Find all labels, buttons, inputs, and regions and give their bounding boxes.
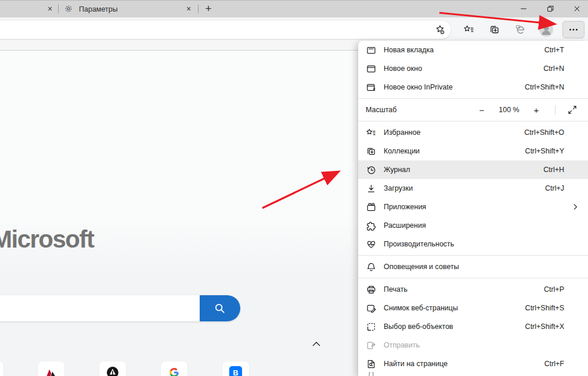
tab-bar: × Параметры × +	[0, 0, 588, 17]
quick-link-tile[interactable]	[99, 361, 126, 376]
menu-item-label: Печать	[384, 285, 537, 293]
menu-item-shortcut: Ctrl+P	[544, 285, 564, 293]
menu-item-shortcut: Ctrl+Shift+O	[524, 128, 564, 137]
window-close-button[interactable]	[564, 0, 588, 17]
menu-item-label: Загрузки	[384, 184, 538, 192]
collections-icon	[489, 24, 500, 35]
menu-item-share[interactable]: Отправить	[358, 336, 588, 354]
inprivate-icon	[366, 82, 377, 93]
favorites-star-icon	[463, 24, 475, 35]
find-icon	[366, 359, 377, 370]
ellipsis-icon	[567, 23, 580, 37]
menu-item-favorites[interactable]: ИзбранноеCtrl+Shift+O	[358, 123, 588, 142]
favorites-icon	[366, 127, 377, 138]
address-bar[interactable]	[0, 20, 451, 39]
collections-icon	[366, 146, 377, 157]
menu-item-extensions[interactable]: Расширения	[358, 216, 588, 235]
partial-icon	[366, 372, 377, 376]
menu-item-shortcut: Ctrl+Shift+N	[525, 83, 564, 91]
menu-item-shortcut: Ctrl+F	[544, 360, 564, 368]
menu-item-new-window[interactable]: Новое окноCtrl+N	[358, 59, 588, 78]
menu-item-label: Журнал	[384, 166, 536, 174]
person-icon	[539, 23, 553, 37]
quick-link-tile[interactable]	[161, 361, 187, 376]
quick-link-tile[interactable]	[38, 361, 64, 376]
tab-settings[interactable]: Параметры	[79, 5, 118, 13]
zoom-in-button[interactable]: +	[529, 105, 543, 115]
collections-button[interactable]	[486, 21, 503, 38]
settings-gear-icon	[64, 4, 73, 13]
zoom-value: 100 %	[496, 106, 522, 114]
menu-item-label: Новая вкладка	[384, 46, 538, 54]
fullscreen-icon[interactable]	[567, 105, 578, 115]
menu-item-shortcut: Ctrl+Shift+S	[525, 304, 564, 312]
add-favorite-star-icon[interactable]	[434, 24, 446, 35]
quick-link-tile[interactable]: B	[222, 361, 249, 376]
menu-item-new-tab[interactable]: Новая вкладкаCtrl+T	[358, 41, 588, 59]
new-tab-button[interactable]: +	[201, 1, 215, 16]
menu-divider	[358, 255, 588, 256]
web-select-icon	[366, 321, 377, 332]
menu-item-performance[interactable]: Производительность	[358, 235, 588, 253]
menu-item-web-capture[interactable]: Снимок веб-страницыCtrl+Shift+S	[358, 299, 588, 317]
microsoft-logo: Microsoft	[0, 225, 94, 253]
browser-window: × Параметры × +	[0, 0, 588, 376]
browser-toolbar	[0, 17, 588, 42]
menu-item-find[interactable]: Найти на страницеCtrl+F	[358, 354, 588, 373]
profile-avatar[interactable]	[539, 23, 553, 37]
black-circle-logo-icon	[106, 366, 119, 376]
favorites-button[interactable]	[460, 21, 478, 38]
menu-item-shortcut: Ctrl+Shift+Y	[525, 147, 564, 155]
menu-item-label: Избранное	[384, 128, 517, 137]
menu-item-label: Расширения	[384, 221, 580, 230]
ie-mode-button[interactable]	[512, 21, 529, 38]
menu-item-alerts[interactable]: Оповещения и советы	[358, 257, 588, 276]
search-button[interactable]	[200, 295, 240, 321]
browser-settings-menu: Новая вкладкаCtrl+TНовое окноCtrl+NНовое…	[358, 41, 588, 376]
menu-item-label: Новое окно	[384, 65, 536, 73]
apps-icon	[366, 202, 377, 213]
google-logo-icon	[168, 366, 181, 376]
zoom-separator	[555, 105, 555, 115]
close-icon	[572, 4, 582, 13]
tab-separator	[198, 5, 199, 13]
web-capture-icon	[366, 303, 377, 314]
menu-item-label: Снимок веб-страницы	[384, 304, 518, 312]
menu-item-zoom[interactable]: Масштаб−100 %+	[358, 101, 588, 119]
menu-item-shortcut: Ctrl+J	[545, 184, 564, 192]
collapse-chevron-up-icon[interactable]	[311, 339, 322, 348]
window-minimize-button[interactable]	[510, 0, 536, 17]
menu-item-shortcut: Ctrl+Shift+X	[525, 323, 564, 331]
menu-item-label: Производительность	[384, 240, 580, 248]
menu-item-label: Отправить	[384, 341, 580, 349]
window-restore-button[interactable]	[537, 0, 563, 17]
menu-item-shortcut: Ctrl+T	[544, 46, 564, 54]
minimize-icon	[519, 4, 528, 13]
vk-logo-icon: B	[229, 366, 242, 376]
menu-item-inprivate[interactable]: Новое окно InPrivateCtrl+Shift+N	[358, 78, 588, 96]
settings-more-button[interactable]	[562, 21, 585, 38]
menu-item-print[interactable]: ПечатьCtrl+P	[358, 280, 588, 299]
menu-item-downloads[interactable]: ЗагрузкиCtrl+J	[358, 179, 588, 198]
menu-item-label: Оповещения и советы	[384, 263, 580, 271]
restore-icon	[546, 4, 555, 13]
history-icon	[366, 164, 377, 176]
menu-item-apps[interactable]: Приложения	[358, 198, 588, 216]
alerts-icon	[366, 262, 377, 273]
menu-item-shortcut: Ctrl+H	[543, 166, 564, 174]
menu-item-partial[interactable]	[358, 373, 588, 376]
chevron-right-icon	[571, 202, 580, 212]
red-emblem-logo-icon	[45, 366, 57, 376]
tab1-close-button[interactable]: ×	[44, 3, 56, 15]
search-box[interactable]	[0, 295, 240, 321]
menu-item-collections[interactable]: КоллекцииCtrl+Shift+Y	[358, 142, 588, 160]
menu-item-web-select[interactable]: Выбор веб-объектовCtrl+Shift+X	[358, 317, 588, 336]
new-window-icon	[366, 63, 377, 74]
quick-link-tile-partial[interactable]	[0, 361, 3, 376]
tab-settings-close-button[interactable]: ×	[183, 3, 194, 15]
zoom-out-button[interactable]: −	[475, 105, 489, 115]
menu-divider	[358, 98, 588, 99]
menu-divider	[358, 278, 588, 278]
menu-item-shortcut: Ctrl+N	[543, 65, 564, 73]
menu-item-history[interactable]: ЖурналCtrl+H	[358, 160, 588, 179]
